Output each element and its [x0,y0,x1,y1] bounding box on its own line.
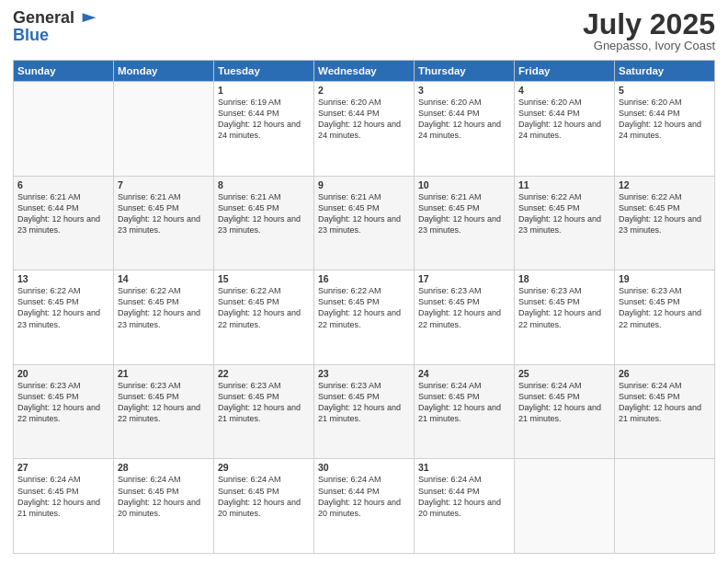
day-info: Sunrise: 6:23 AM Sunset: 6:45 PM Dayligh… [619,285,711,330]
day-info: Sunrise: 6:21 AM Sunset: 6:45 PM Dayligh… [218,191,310,236]
day-number: 20 [17,368,109,379]
calendar-week-1: 1 Sunrise: 6:19 AM Sunset: 6:44 PM Dayli… [14,82,715,177]
calendar-cell: 14 Sunrise: 6:22 AM Sunset: 6:45 PM Dayl… [114,270,214,365]
day-info: Sunrise: 6:23 AM Sunset: 6:45 PM Dayligh… [518,285,610,330]
svg-marker-0 [83,14,97,23]
day-number: 8 [218,179,310,190]
day-number: 14 [118,273,210,284]
day-number: 17 [418,273,510,284]
calendar-cell: 12 Sunrise: 6:22 AM Sunset: 6:45 PM Dayl… [615,176,715,270]
col-friday: Friday [515,61,615,82]
calendar-week-3: 13 Sunrise: 6:22 AM Sunset: 6:45 PM Dayl… [14,270,715,365]
location: Gnepasso, Ivory Coast [583,39,715,52]
calendar-cell: 13 Sunrise: 6:22 AM Sunset: 6:45 PM Dayl… [14,270,114,365]
calendar-cell [515,459,615,554]
calendar-cell: 23 Sunrise: 6:23 AM Sunset: 6:45 PM Dayl… [314,364,415,459]
calendar-cell: 30 Sunrise: 6:24 AM Sunset: 6:44 PM Dayl… [314,459,415,554]
calendar-cell: 18 Sunrise: 6:23 AM Sunset: 6:45 PM Dayl… [515,270,615,365]
day-info: Sunrise: 6:20 AM Sunset: 6:44 PM Dayligh… [318,97,410,142]
day-info: Sunrise: 6:21 AM Sunset: 6:44 PM Dayligh… [17,191,109,236]
calendar-cell: 22 Sunrise: 6:23 AM Sunset: 6:45 PM Dayl… [214,364,314,459]
calendar-cell: 26 Sunrise: 6:24 AM Sunset: 6:45 PM Dayl… [615,364,715,459]
header-row: Sunday Monday Tuesday Wednesday Thursday… [14,61,715,82]
calendar-cell: 19 Sunrise: 6:23 AM Sunset: 6:45 PM Dayl… [615,270,715,365]
calendar-cell: 20 Sunrise: 6:23 AM Sunset: 6:45 PM Dayl… [14,364,114,459]
page: General Blue July 2025 Gnepasso, Ivory C… [0,0,728,563]
day-info: Sunrise: 6:19 AM Sunset: 6:44 PM Dayligh… [218,97,310,142]
month-title: July 2025 [583,9,715,39]
calendar-cell: 3 Sunrise: 6:20 AM Sunset: 6:44 PM Dayli… [415,82,515,177]
col-thursday: Thursday [415,61,515,82]
calendar-cell: 9 Sunrise: 6:21 AM Sunset: 6:45 PM Dayli… [314,176,415,270]
logo-general: General [13,9,97,28]
logo-blue: Blue [13,26,97,45]
day-number: 31 [418,462,510,473]
calendar-cell: 17 Sunrise: 6:23 AM Sunset: 6:45 PM Dayl… [415,270,515,365]
day-number: 10 [418,179,510,190]
day-info: Sunrise: 6:23 AM Sunset: 6:45 PM Dayligh… [118,380,210,425]
calendar-cell: 11 Sunrise: 6:22 AM Sunset: 6:45 PM Dayl… [515,176,615,270]
day-number: 19 [619,273,711,284]
day-number: 15 [218,273,310,284]
day-info: Sunrise: 6:22 AM Sunset: 6:45 PM Dayligh… [218,285,310,330]
day-number: 23 [318,368,410,379]
day-info: Sunrise: 6:24 AM Sunset: 6:45 PM Dayligh… [619,380,711,425]
day-info: Sunrise: 6:24 AM Sunset: 6:45 PM Dayligh… [418,380,510,425]
col-wednesday: Wednesday [314,61,415,82]
day-number: 5 [619,85,711,96]
calendar-cell: 2 Sunrise: 6:20 AM Sunset: 6:44 PM Dayli… [314,82,415,177]
calendar-cell [615,459,715,554]
calendar-cell: 1 Sunrise: 6:19 AM Sunset: 6:44 PM Dayli… [214,82,314,177]
day-number: 22 [218,368,310,379]
logo-flag-icon [81,10,97,27]
day-number: 4 [518,85,610,96]
day-info: Sunrise: 6:22 AM Sunset: 6:45 PM Dayligh… [619,191,711,236]
calendar-cell: 15 Sunrise: 6:22 AM Sunset: 6:45 PM Dayl… [214,270,314,365]
day-info: Sunrise: 6:21 AM Sunset: 6:45 PM Dayligh… [118,191,210,236]
day-info: Sunrise: 6:24 AM Sunset: 6:44 PM Dayligh… [318,474,410,519]
calendar-week-4: 20 Sunrise: 6:23 AM Sunset: 6:45 PM Dayl… [14,364,715,459]
day-number: 26 [619,368,711,379]
day-number: 27 [17,462,109,473]
day-info: Sunrise: 6:21 AM Sunset: 6:45 PM Dayligh… [418,191,510,236]
logo: General Blue [13,9,97,45]
day-number: 12 [619,179,711,190]
day-info: Sunrise: 6:23 AM Sunset: 6:45 PM Dayligh… [418,285,510,330]
calendar-cell: 16 Sunrise: 6:22 AM Sunset: 6:45 PM Dayl… [314,270,415,365]
calendar-cell: 29 Sunrise: 6:24 AM Sunset: 6:45 PM Dayl… [214,459,314,554]
day-info: Sunrise: 6:24 AM Sunset: 6:44 PM Dayligh… [418,474,510,519]
calendar-cell [14,82,114,177]
day-number: 21 [118,368,210,379]
day-info: Sunrise: 6:20 AM Sunset: 6:44 PM Dayligh… [418,97,510,142]
calendar-week-5: 27 Sunrise: 6:24 AM Sunset: 6:45 PM Dayl… [14,459,715,554]
day-info: Sunrise: 6:24 AM Sunset: 6:45 PM Dayligh… [17,474,109,519]
calendar-body: 1 Sunrise: 6:19 AM Sunset: 6:44 PM Dayli… [14,82,715,554]
day-info: Sunrise: 6:23 AM Sunset: 6:45 PM Dayligh… [17,380,109,425]
day-number: 11 [518,179,610,190]
day-info: Sunrise: 6:24 AM Sunset: 6:45 PM Dayligh… [118,474,210,519]
day-info: Sunrise: 6:22 AM Sunset: 6:45 PM Dayligh… [518,191,610,236]
calendar-cell: 6 Sunrise: 6:21 AM Sunset: 6:44 PM Dayli… [14,176,114,270]
col-sunday: Sunday [14,61,114,82]
day-info: Sunrise: 6:22 AM Sunset: 6:45 PM Dayligh… [17,285,109,330]
day-info: Sunrise: 6:23 AM Sunset: 6:45 PM Dayligh… [218,380,310,425]
calendar-cell: 24 Sunrise: 6:24 AM Sunset: 6:45 PM Dayl… [415,364,515,459]
calendar-cell: 27 Sunrise: 6:24 AM Sunset: 6:45 PM Dayl… [14,459,114,554]
day-number: 25 [518,368,610,379]
calendar-cell: 7 Sunrise: 6:21 AM Sunset: 6:45 PM Dayli… [114,176,214,270]
day-info: Sunrise: 6:21 AM Sunset: 6:45 PM Dayligh… [318,191,410,236]
day-number: 13 [17,273,109,284]
day-number: 1 [218,85,310,96]
col-saturday: Saturday [615,61,715,82]
calendar-cell: 4 Sunrise: 6:20 AM Sunset: 6:44 PM Dayli… [515,82,615,177]
day-number: 9 [318,179,410,190]
calendar-week-2: 6 Sunrise: 6:21 AM Sunset: 6:44 PM Dayli… [14,176,715,270]
day-number: 24 [418,368,510,379]
day-info: Sunrise: 6:24 AM Sunset: 6:45 PM Dayligh… [518,380,610,425]
day-number: 18 [518,273,610,284]
day-info: Sunrise: 6:22 AM Sunset: 6:45 PM Dayligh… [318,285,410,330]
calendar-table: Sunday Monday Tuesday Wednesday Thursday… [13,60,715,554]
calendar-cell [114,82,214,177]
calendar-cell: 28 Sunrise: 6:24 AM Sunset: 6:45 PM Dayl… [114,459,214,554]
calendar-cell: 10 Sunrise: 6:21 AM Sunset: 6:45 PM Dayl… [415,176,515,270]
